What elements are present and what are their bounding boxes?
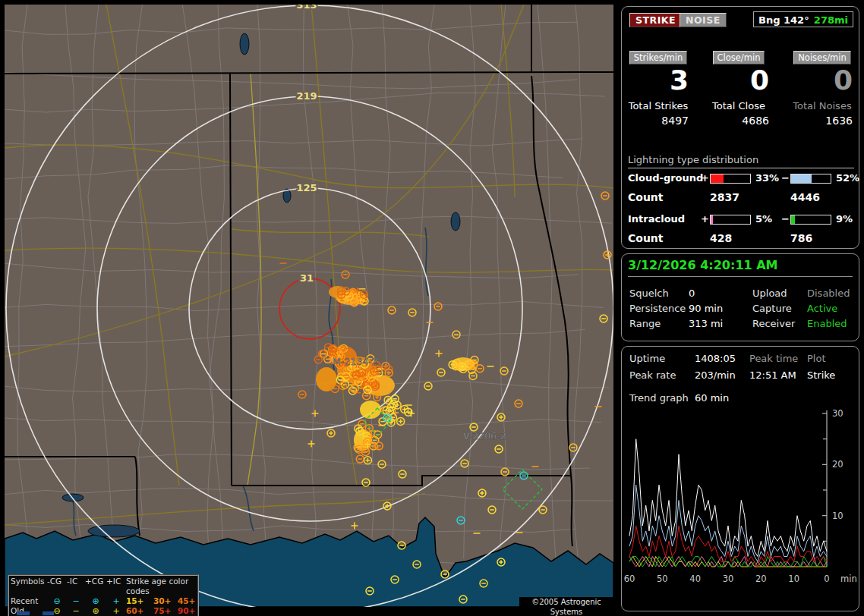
svg-text:20: 20	[832, 459, 844, 470]
ic-count-label: Count	[628, 232, 664, 244]
old-plus-icon: +	[106, 606, 126, 616]
strike-button[interactable]: STRIKE	[629, 13, 682, 27]
cg-neg-sign: −	[781, 172, 790, 184]
taskbar-fragment	[17, 611, 30, 615]
bearing-distance: 278mi	[814, 12, 848, 27]
legend-ic-neg-header: -IC	[67, 577, 85, 596]
noises-per-min-value: 0	[792, 66, 853, 95]
legend-symbols-header: Symbols	[11, 577, 47, 596]
age-15-label: 15+	[126, 596, 153, 606]
age-75-label: 75+	[153, 606, 178, 616]
ic-neg-pct: 9%	[836, 213, 853, 225]
capture-label: Capture	[752, 303, 792, 314]
ic-pos-pct: 5%	[755, 213, 772, 225]
svg-text:V-2206-2: V-2206-2	[463, 430, 506, 442]
persistence-label: Persistence	[629, 303, 686, 314]
age-30-label: 30+	[153, 596, 178, 606]
peak-rate-value: 203/min	[695, 369, 736, 381]
old-minus-icon: −	[67, 606, 85, 616]
map-legend: Symbols -CG -IC +CG +IC Strike age color…	[8, 574, 199, 616]
cg-neg-count: 4446	[790, 191, 820, 203]
svg-text:50: 50	[657, 574, 668, 584]
svg-text:0: 0	[824, 574, 829, 584]
taskbar-fragment	[43, 611, 54, 615]
intracloud-label: Intracloud	[628, 213, 685, 225]
svg-text:30: 30	[832, 408, 844, 419]
trend-panel: Uptime 1408:05 Peak time Plot Peak rate …	[621, 346, 859, 611]
age-45-label: 45+	[178, 596, 200, 606]
ic-neg-count: 786	[790, 232, 812, 244]
plot-value: Strike	[807, 369, 835, 381]
range-value: 313 mi	[689, 318, 723, 329]
cg-neg-pct: 52%	[836, 172, 859, 184]
ic-neg-sign: −	[781, 213, 790, 225]
total-strikes-value: 8497	[628, 115, 689, 127]
ic-pos-count: 428	[710, 232, 732, 244]
recent-minus-icon: −	[67, 596, 85, 606]
cg-pos-count: 2837	[710, 191, 739, 203]
peak-rate-label: Peak rate	[629, 369, 676, 381]
datetime-display: 3/12/2026 4:20:11 AM	[628, 258, 853, 277]
strikes-per-min-value: 3	[628, 66, 689, 95]
capture-status: Active	[807, 303, 837, 314]
cg-count-label: Count	[628, 191, 664, 203]
legend-ic-pos-header: +IC	[106, 577, 126, 596]
peak-time-label: Peak time	[749, 353, 798, 364]
strike-stats-panel: STRIKE NOISE Bng 142° 278mi Strikes/min …	[621, 6, 859, 249]
cg-pos-pct: 33%	[755, 172, 779, 184]
close-per-min-value: 0	[708, 66, 769, 95]
svg-text:125: 125	[296, 182, 317, 193]
squelch-value: 0	[689, 288, 695, 299]
trend-graph-label: Trend graph	[629, 392, 689, 404]
trend-chart: 1020306050403020100min	[623, 407, 859, 609]
total-noises-label: Total Noises	[792, 100, 853, 112]
recent-plus-icon: +	[106, 596, 126, 606]
copyright-text: ©2005 Astrogenic Systems	[519, 597, 613, 607]
legend-age-title: Strike age color codes	[126, 577, 200, 596]
squelch-label: Squelch	[629, 288, 669, 299]
uptime-value: 1408:05	[695, 353, 736, 364]
range-label: Range	[629, 318, 661, 329]
peak-time-value: 12:51 AM	[749, 369, 796, 381]
total-strikes-label: Total Strikes	[628, 100, 689, 112]
svg-text:M-2134-2: M-2134-2	[333, 356, 378, 367]
upload-status: Disabled	[807, 288, 850, 299]
bearing-display: Bng 142° 278mi	[753, 11, 853, 27]
cloud-ground-label: Cloud-ground	[628, 172, 703, 184]
map-canvas[interactable]: 31125219313M-2134-2V-2206-2	[5, 5, 613, 607]
svg-text:40: 40	[689, 574, 701, 584]
total-close-label: Total Close	[708, 100, 769, 112]
cg-pos-bar	[710, 174, 751, 184]
svg-text:20: 20	[755, 574, 767, 584]
svg-text:10: 10	[788, 574, 799, 584]
receiver-label: Receiver	[752, 318, 795, 329]
upload-label: Upload	[752, 288, 787, 299]
age-90-label: 90+	[178, 606, 200, 616]
noises-per-min-chip: Noises/min	[793, 51, 850, 64]
status-panel: 3/12/2026 4:20:11 AM Squelch 0 Upload Di…	[621, 253, 859, 341]
svg-text:10: 10	[832, 511, 844, 521]
age-60-label: 60+	[126, 606, 153, 616]
close-column: Close/min 0 Total Close 4686	[708, 49, 769, 127]
ic-pos-sign: +	[701, 213, 709, 225]
svg-text:60: 60	[624, 574, 635, 584]
legend-cg-pos-header: +CG	[85, 577, 106, 596]
map-area[interactable]: 31125219313M-2134-2V-2206-2 Symbols -CG …	[5, 5, 613, 607]
svg-text:313: 313	[296, 5, 317, 11]
legend-cg-neg-header: -CG	[47, 577, 67, 596]
noise-button[interactable]: NOISE	[680, 13, 727, 27]
receiver-status: Enabled	[807, 318, 847, 329]
distribution-title: Lightning type distribution	[628, 154, 854, 168]
svg-text:30: 30	[723, 574, 734, 584]
old-circ-plus-icon: ⊕	[85, 606, 106, 616]
persistence-value: 90 min	[689, 303, 723, 314]
legend-recent-label: Recent	[11, 596, 47, 606]
svg-text:min: min	[840, 574, 857, 584]
strikes-column: Strikes/min 3 Total Strikes 8497	[628, 49, 689, 127]
noises-column: Noises/min 0 Total Noises 1636	[792, 49, 853, 127]
ic-neg-bar	[790, 215, 831, 225]
uptime-label: Uptime	[629, 353, 665, 364]
cg-pos-sign: +	[701, 172, 709, 184]
total-noises-value: 1636	[792, 115, 853, 127]
total-close-value: 4686	[708, 115, 769, 127]
